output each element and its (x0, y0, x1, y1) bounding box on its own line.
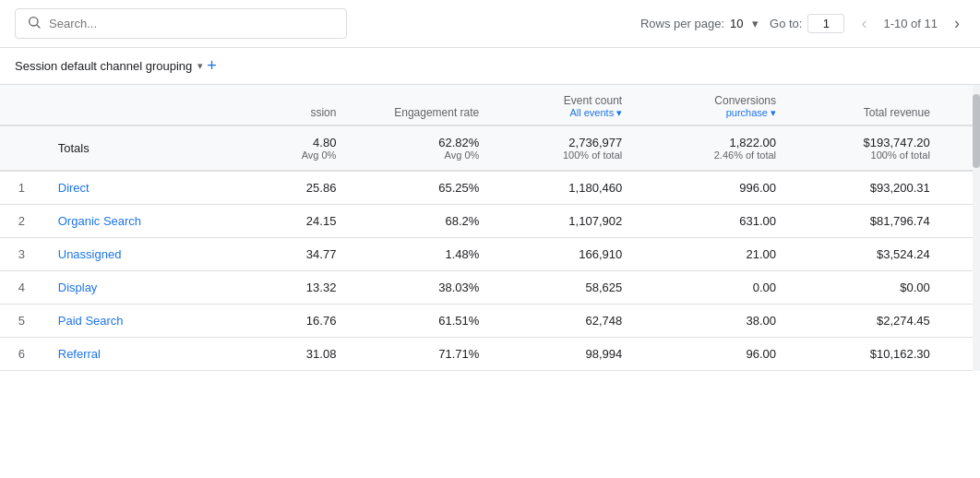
row-event-count: 1,180,460 (494, 171, 637, 205)
svg-point-0 (30, 18, 38, 26)
row-revenue: $81,796.74 (791, 205, 945, 238)
table-body: Totals 4.80 Avg 0% 62.82% Avg 0% 2,736,9… (0, 125, 980, 371)
rows-per-page-select[interactable]: 10 25 50 100 (730, 17, 750, 30)
next-page-button[interactable]: › (949, 12, 965, 35)
purchase-dropdown[interactable]: purchase ▾ (726, 107, 776, 119)
totals-revenue-sub: 100% of total (806, 149, 930, 161)
rows-select-wrapper[interactable]: 10 25 50 100 ▾ (730, 17, 759, 30)
row-sessions: 34.77 (263, 238, 351, 271)
page-info: 1-10 of 11 (883, 17, 938, 30)
th-conversions: Conversions purchase ▾ (637, 85, 791, 125)
rows-per-page: Rows per page: 10 25 50 100 ▾ (640, 17, 759, 30)
th-revenue: Total revenue (791, 85, 945, 125)
th-revenue-label: Total revenue (864, 106, 930, 119)
vertical-scrollbar[interactable] (973, 85, 980, 371)
row-sessions: 24.15 (263, 205, 351, 238)
row-sessions: 13.32 (263, 271, 351, 305)
row-revenue: $0.00 (791, 271, 945, 305)
data-table-wrapper: ssion Engagement rate Event count All ev… (0, 85, 980, 371)
totals-label: Totals (43, 125, 263, 171)
pagination-controls: Rows per page: 10 25 50 100 ▾ Go to: ‹ 1… (640, 12, 965, 35)
row-channel[interactable]: Display (43, 271, 263, 305)
th-rank (0, 85, 43, 125)
totals-conversions-val: 1,822.00 (729, 136, 776, 149)
row-channel[interactable]: Unassigned (43, 238, 263, 271)
row-event-count: 58,625 (494, 271, 637, 305)
prev-page-button[interactable]: ‹ (855, 12, 872, 35)
row-rank: 6 (0, 338, 43, 371)
row-rank: 2 (0, 205, 43, 238)
th-sessions-label: ssion (310, 106, 336, 119)
row-channel[interactable]: Paid Search (43, 305, 263, 338)
th-event-count: Event count All events ▾ (494, 85, 637, 125)
totals-conversions: 1,822.00 2.46% of total (637, 125, 791, 171)
row-event-count: 166,910 (494, 238, 637, 271)
totals-sessions: 4.80 Avg 0% (263, 125, 351, 171)
row-event-count: 98,994 (494, 338, 637, 371)
table-row: 6Referral31.0871.71%98,99496.00$10,162.3… (0, 338, 980, 371)
row-sessions: 25.86 (263, 171, 351, 205)
search-box[interactable] (15, 8, 347, 39)
totals-sessions-val: 4.80 (313, 136, 336, 149)
row-conversions: 631.00 (637, 205, 791, 238)
row-engagement: 1.48% (351, 238, 494, 271)
totals-event-count-sub: 100% of total (508, 149, 622, 161)
row-conversions: 21.00 (637, 238, 791, 271)
table-row: 4Display13.3238.03%58,6250.00$0.00 (0, 271, 980, 305)
dimension-dropdown-arrow: ▾ (197, 60, 203, 72)
dimension-label: Session default channel grouping (15, 59, 192, 73)
row-event-count: 62,748 (494, 305, 637, 338)
row-rank: 1 (0, 171, 43, 205)
row-revenue: $93,200.31 (791, 171, 945, 205)
th-conversions-label: Conversions (714, 94, 776, 107)
top-bar: Rows per page: 10 25 50 100 ▾ Go to: ‹ 1… (0, 0, 980, 48)
th-channel (43, 85, 263, 125)
table-header-row: ssion Engagement rate Event count All ev… (0, 85, 980, 125)
goto-input[interactable] (807, 14, 844, 33)
all-events-dropdown[interactable]: All events ▾ (569, 107, 622, 119)
scrollbar-thumb[interactable] (973, 94, 980, 168)
row-sessions: 16.76 (263, 305, 351, 338)
row-channel[interactable]: Organic Search (43, 205, 263, 238)
row-rank: 4 (0, 271, 43, 305)
row-sessions: 31.08 (263, 338, 351, 371)
svg-line-1 (37, 25, 40, 28)
totals-event-count: 2,736,977 100% of total (494, 125, 637, 171)
totals-engagement-val: 62.82% (438, 136, 479, 149)
row-conversions: 0.00 (637, 271, 791, 305)
dimension-selector[interactable]: Session default channel grouping ▾ (15, 59, 203, 73)
row-channel[interactable]: Direct (43, 171, 263, 205)
row-revenue: $10,162.30 (791, 338, 945, 371)
goto-label: Go to: (770, 17, 802, 30)
all-events-label: All events ▾ (569, 107, 622, 118)
column-config-bar: Session default channel grouping ▾ + (0, 48, 980, 85)
row-rank: 5 (0, 305, 43, 338)
row-conversions: 996.00 (637, 171, 791, 205)
rows-per-page-label: Rows per page: (640, 17, 724, 30)
row-engagement: 68.2% (351, 205, 494, 238)
totals-rank (0, 125, 43, 171)
search-input[interactable] (49, 17, 335, 30)
row-engagement: 61.51% (351, 305, 494, 338)
totals-conversions-sub: 2.46% of total (651, 149, 776, 161)
totals-row: Totals 4.80 Avg 0% 62.82% Avg 0% 2,736,9… (0, 125, 980, 171)
table-row: 2Organic Search24.1568.2%1,107,902631.00… (0, 205, 980, 238)
add-dimension-button[interactable]: + (207, 56, 217, 76)
row-event-count: 1,107,902 (494, 205, 637, 238)
row-channel[interactable]: Referral (43, 338, 263, 371)
row-conversions: 38.00 (637, 305, 791, 338)
row-rank: 3 (0, 238, 43, 271)
row-revenue: $3,524.24 (791, 238, 945, 271)
totals-revenue-val: $193,747.20 (864, 136, 930, 149)
th-event-count-label: Event count (564, 94, 622, 107)
table-row: 5Paid Search16.7661.51%62,74838.00$2,274… (0, 305, 980, 338)
th-event-count-group: Event count All events ▾ (508, 94, 622, 119)
row-engagement: 65.25% (351, 171, 494, 205)
th-sessions: ssion (263, 85, 351, 125)
goto-section: Go to: (770, 14, 844, 33)
rows-select-arrow: ▾ (752, 17, 759, 30)
table-row: 1Direct25.8665.25%1,180,460996.00$93,200… (0, 171, 980, 205)
row-conversions: 96.00 (637, 338, 791, 371)
th-engagement: Engagement rate (351, 85, 494, 125)
th-engagement-label: Engagement rate (394, 106, 479, 119)
